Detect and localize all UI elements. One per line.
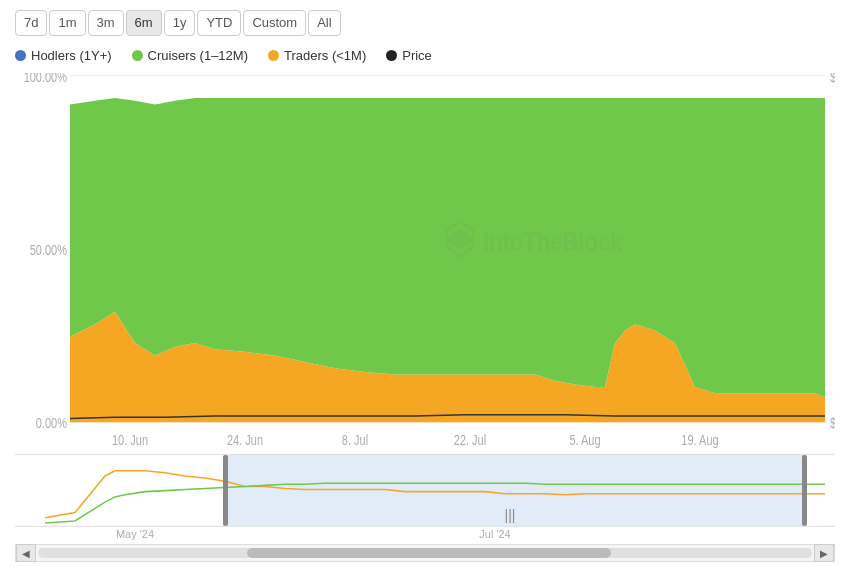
svg-text:May '24: May '24 — [116, 527, 154, 539]
svg-text:24. Jun: 24. Jun — [227, 433, 263, 448]
chart-navigator[interactable]: ||| May '24 Jul '24 — [15, 454, 835, 544]
legend-cruisers: Cruisers (1–12M) — [132, 48, 248, 63]
legend-price: Price — [386, 48, 432, 63]
svg-text:$0: $0 — [830, 416, 835, 431]
scroll-left-arrow[interactable]: ◀ — [16, 544, 36, 562]
legend-hodlers: Hodlers (1Y+) — [15, 48, 112, 63]
svg-text:IntoTheBlock: IntoTheBlock — [483, 226, 622, 257]
svg-text:22. Jul: 22. Jul — [454, 433, 486, 448]
legend-traders: Traders (<1M) — [268, 48, 366, 63]
cruisers-label: Cruisers (1–12M) — [148, 48, 248, 63]
scroll-right-arrow[interactable]: ▶ — [814, 544, 834, 562]
traders-dot — [268, 50, 279, 61]
svg-text:5. Aug: 5. Aug — [569, 433, 600, 448]
scrollbar-thumb[interactable] — [247, 548, 611, 558]
svg-text:19. Aug: 19. Aug — [681, 433, 718, 448]
svg-text:100.00%: 100.00% — [24, 73, 67, 85]
btn-custom[interactable]: Custom — [243, 10, 306, 36]
price-label: Price — [402, 48, 432, 63]
svg-rect-21 — [802, 455, 807, 526]
chart-scrollbar[interactable]: ◀ ▶ — [15, 544, 835, 562]
price-dot — [386, 50, 397, 61]
btn-3m[interactable]: 3m — [88, 10, 124, 36]
traders-label: Traders (<1M) — [284, 48, 366, 63]
btn-7d[interactable]: 7d — [15, 10, 47, 36]
chart-legend: Hodlers (1Y+) Cruisers (1–12M) Traders (… — [15, 48, 835, 63]
btn-all[interactable]: All — [308, 10, 340, 36]
svg-text:0.00%: 0.00% — [36, 416, 67, 431]
svg-text:10. Jun: 10. Jun — [112, 433, 148, 448]
svg-text:50.00%: 50.00% — [30, 243, 67, 258]
main-chart[interactable]: 100.00% 50.00% 0.00% $1 $0 10. Jun 24. J… — [15, 73, 835, 450]
hodlers-label: Hodlers (1Y+) — [31, 48, 112, 63]
hodlers-dot — [15, 50, 26, 61]
svg-text:8. Jul: 8. Jul — [342, 433, 368, 448]
btn-6m[interactable]: 6m — [126, 10, 162, 36]
svg-text:$1: $1 — [830, 73, 835, 85]
btn-1y[interactable]: 1y — [164, 10, 196, 36]
svg-rect-20 — [223, 455, 228, 526]
cruisers-dot — [132, 50, 143, 61]
svg-text:Jul '24: Jul '24 — [479, 527, 510, 539]
btn-1m[interactable]: 1m — [49, 10, 85, 36]
svg-text:|||: ||| — [505, 507, 516, 523]
chart-area: 100.00% 50.00% 0.00% $1 $0 10. Jun 24. J… — [15, 73, 835, 562]
time-range-selector: 7d 1m 3m 6m 1y YTD Custom All — [15, 10, 835, 36]
btn-ytd[interactable]: YTD — [197, 10, 241, 36]
